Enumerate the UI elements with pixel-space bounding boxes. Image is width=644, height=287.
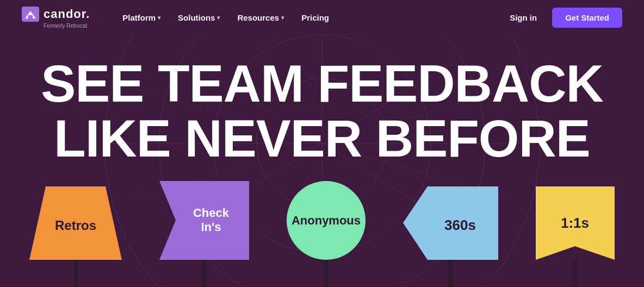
nav-solutions[interactable]: Solutions ▾	[171, 9, 226, 27]
360s-pole	[448, 260, 453, 287]
candor-logo-icon	[22, 7, 39, 22]
logo-text: candor.	[44, 7, 90, 21]
svg-text:Check: Check	[193, 206, 230, 220]
logo-sub: Formerly Retrocat	[44, 23, 90, 29]
sign-in-link[interactable]: Sign in	[503, 9, 543, 27]
anonymous-sign: Anonymous	[287, 181, 366, 260]
nav-pricing[interactable]: Pricing	[295, 9, 336, 27]
navbar: candor. Formerly Retrocat Platform ▾ Sol…	[0, 0, 644, 35]
hero-headline-line1: SEE TEAM FEEDBACK	[22, 57, 622, 111]
hero-title: SEE TEAM FEEDBACK LIKE NEVER BEFORE	[0, 57, 644, 166]
logo-area[interactable]: candor. Formerly Retrocat	[22, 7, 90, 29]
resources-chevron: ▾	[281, 15, 284, 21]
anonymous-label: Anonymous	[292, 214, 361, 228]
11s-sign: 1:1s	[536, 186, 615, 260]
platform-chevron: ▾	[158, 15, 160, 21]
nav-resources[interactable]: Resources ▾	[231, 9, 290, 27]
hero-headline-line2: LIKE NEVER BEFORE	[22, 111, 622, 166]
checkins-pole	[202, 260, 207, 287]
nav-platform[interactable]: Platform ▾	[116, 9, 167, 27]
svg-text:Retros: Retros	[55, 218, 96, 233]
360s-sign-container: 360s	[403, 186, 498, 287]
nav-right: Sign in Get Started	[503, 8, 622, 28]
checkins-sign: Check In's	[159, 181, 249, 260]
anonymous-sign-container: Anonymous	[287, 181, 366, 287]
svg-text:In's: In's	[201, 220, 221, 234]
svg-text:1:1s: 1:1s	[561, 215, 589, 231]
get-started-button[interactable]: Get Started	[552, 8, 622, 28]
solutions-chevron: ▾	[217, 15, 220, 21]
hero-section: SEE TEAM FEEDBACK LIKE NEVER BEFORE Retr…	[0, 35, 644, 287]
signs-row: Retros Check In's Anonymous	[0, 181, 644, 287]
svg-text:360s: 360s	[444, 217, 476, 233]
11s-pole	[573, 260, 577, 287]
retros-sign: Retros	[29, 186, 122, 260]
360s-sign: 360s	[403, 186, 498, 260]
nav-links: Platform ▾ Solutions ▾ Resources ▾ Prici…	[116, 9, 503, 27]
svg-rect-2	[28, 15, 33, 18]
checkins-sign-container: Check In's	[159, 181, 249, 287]
11s-sign-container: 1:1s	[536, 186, 615, 287]
retros-pole	[73, 260, 78, 287]
retros-sign-container: Retros	[29, 186, 122, 287]
anonymous-pole	[324, 260, 328, 287]
